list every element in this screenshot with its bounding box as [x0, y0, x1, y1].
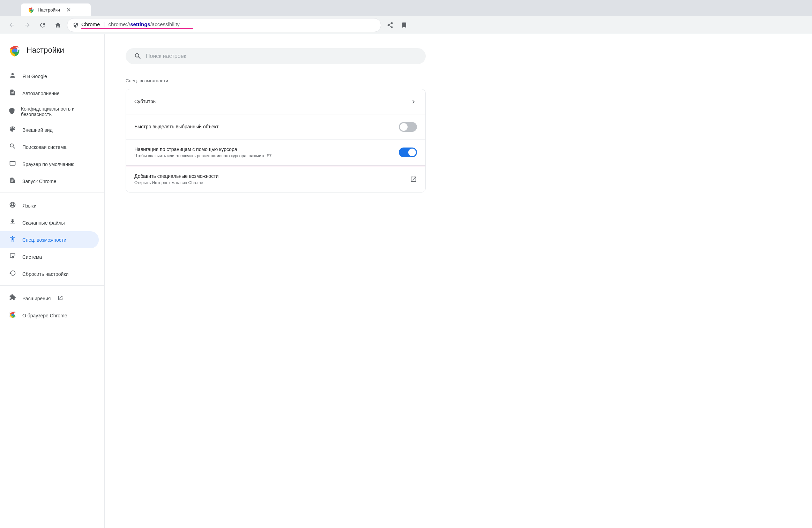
sidebar-section-3: Расширения	[0, 287, 104, 327]
row-text: Быстро выделять выбранный объект	[134, 124, 399, 130]
sidebar-item-launch[interactable]: Запуск Chrome	[0, 173, 99, 190]
sidebar-item-label: Система	[22, 254, 42, 260]
quick-select-toggle[interactable]	[399, 122, 417, 132]
search-bar[interactable]	[126, 48, 426, 64]
cursor-navigation-toggle[interactable]	[399, 148, 417, 157]
security-icon	[73, 22, 79, 28]
sidebar-item-system[interactable]: Система	[0, 248, 99, 265]
tab-favicon	[28, 7, 34, 13]
url-underline	[81, 28, 193, 29]
active-tab[interactable]: Настройки ✕	[21, 3, 91, 16]
sidebar-item-appearance[interactable]: Внешний вид	[0, 121, 99, 138]
section-title: Спец. возможности	[126, 78, 791, 83]
sidebar-item-label: Языки	[22, 203, 37, 209]
sidebar-item-label: Спец. возможности	[22, 237, 66, 243]
sidebar-item-privacy[interactable]: Конфиденциальность и безопасность	[0, 102, 99, 121]
accessibility-icon	[8, 235, 17, 244]
external-link-icon	[410, 176, 417, 183]
appearance-icon	[8, 126, 17, 134]
address-url: chrome://settings/accessibility	[109, 21, 180, 27]
home-button[interactable]	[52, 19, 64, 31]
row-title: Субтитры	[134, 99, 410, 104]
languages-icon	[8, 201, 17, 210]
forward-button[interactable]	[21, 19, 33, 31]
sidebar-item-downloads[interactable]: Скачанные файлы	[0, 214, 99, 231]
address-content: Chrome | chrome://settings/accessibility	[81, 21, 375, 29]
sidebar-item-label: Конфиденциальность и безопасность	[21, 106, 90, 117]
sidebar-item-label: Браузер по умолчанию	[22, 161, 75, 167]
sidebar-item-label: О браузере Chrome	[22, 313, 67, 318]
row-subtitle: Открыть Интернет-магазин Chrome	[134, 180, 410, 185]
settings-row-add-accessibility[interactable]: Добавить специальные возможности Открыть…	[126, 166, 425, 192]
address-brand: Chrome	[81, 21, 100, 27]
sidebar-item-label: Запуск Chrome	[22, 179, 56, 184]
sidebar-item-extensions[interactable]: Расширения	[0, 290, 99, 307]
sidebar-item-default-browser[interactable]: Браузер по умолчанию	[0, 156, 99, 173]
sidebar-item-autofill[interactable]: Автозаполнение	[0, 85, 99, 102]
extensions-icon	[8, 294, 17, 303]
sidebar-item-label: Я и Google	[22, 74, 47, 79]
downloads-icon	[8, 218, 17, 227]
sidebar-item-accessibility[interactable]: Спец. возможности	[0, 231, 99, 248]
about-icon	[8, 311, 17, 320]
settings-row-subtitles[interactable]: Субтитры	[126, 89, 425, 114]
sidebar-item-search[interactable]: Поисковая система	[0, 138, 99, 156]
address-sep: |	[104, 21, 105, 27]
row-title: Навигация по страницам с помощью курсора	[134, 146, 399, 152]
person-icon	[8, 72, 17, 81]
settings-title: Настройки	[27, 46, 64, 55]
sidebar-item-label: Скачанные файлы	[22, 220, 65, 226]
nav-right-controls	[384, 19, 410, 31]
sidebar-item-reset[interactable]: Сбросить настройки	[0, 265, 99, 282]
bookmark-button[interactable]	[398, 19, 410, 31]
autofill-icon	[8, 89, 17, 98]
row-text: Добавить специальные возможности Открыть…	[134, 173, 410, 185]
row-control	[410, 98, 417, 105]
reload-button[interactable]	[36, 19, 49, 31]
address-bar[interactable]: Chrome | chrome://settings/accessibility	[67, 18, 381, 32]
row-title: Добавить специальные возможности	[134, 173, 410, 179]
chrome-logo	[8, 44, 21, 56]
sidebar-item-label: Сбросить настройки	[22, 271, 68, 277]
sidebar-item-label: Автозаполнение	[22, 91, 60, 96]
back-button[interactable]	[6, 19, 18, 31]
sidebar: Настройки Я и Google Автозаполнение Ко	[0, 34, 105, 528]
external-link-icon	[58, 295, 63, 302]
row-title: Быстро выделять выбранный объект	[134, 124, 399, 129]
settings-row-cursor-navigation[interactable]: Навигация по страницам с помощью курсора…	[126, 139, 425, 166]
search-icon	[134, 52, 142, 60]
row-text: Субтитры	[134, 99, 410, 105]
reset-icon	[8, 270, 17, 278]
share-button[interactable]	[384, 19, 396, 31]
settings-row-quick-select[interactable]: Быстро выделять выбранный объект	[126, 114, 425, 139]
toggle-slider	[399, 122, 417, 132]
tab-close-button[interactable]: ✕	[66, 7, 71, 13]
sidebar-item-label: Расширения	[22, 296, 51, 301]
sidebar-item-label: Внешний вид	[22, 127, 53, 133]
row-subtitle: Чтобы включить или отключить режим актив…	[134, 153, 399, 158]
row-control	[410, 176, 417, 183]
search-container	[126, 48, 426, 64]
sidebar-item-me-google[interactable]: Я и Google	[0, 68, 99, 85]
settings-card: Субтитры Быстро выделять выбранный объек…	[126, 89, 426, 193]
sidebar-header: Настройки	[0, 41, 104, 65]
search-input[interactable]	[146, 53, 417, 59]
sidebar-item-languages[interactable]: Языки	[0, 197, 99, 214]
row-text: Навигация по страницам с помощью курсора…	[134, 146, 399, 158]
chevron-right-icon	[410, 98, 417, 105]
sidebar-section-2: Языки Скачанные файлы Спец. возможности …	[0, 194, 104, 286]
toggle-slider	[399, 148, 417, 157]
sidebar-item-about[interactable]: О браузере Chrome	[0, 307, 99, 324]
row-control	[399, 122, 417, 132]
tab-title: Настройки	[38, 7, 60, 13]
sidebar-section-1: Я и Google Автозаполнение Конфиденциальн…	[0, 65, 104, 193]
svg-point-4	[13, 48, 16, 52]
nav-bar: Chrome | chrome://settings/accessibility	[0, 16, 812, 34]
search-icon	[8, 143, 17, 151]
launch-icon	[8, 177, 17, 186]
shield-icon	[8, 107, 15, 116]
settings-page: Настройки Я и Google Автозаполнение Ко	[0, 34, 812, 528]
main-content: Спец. возможности Субтитры Быстро выделя…	[105, 34, 812, 528]
browser-icon	[8, 160, 17, 168]
svg-point-7	[12, 314, 14, 316]
